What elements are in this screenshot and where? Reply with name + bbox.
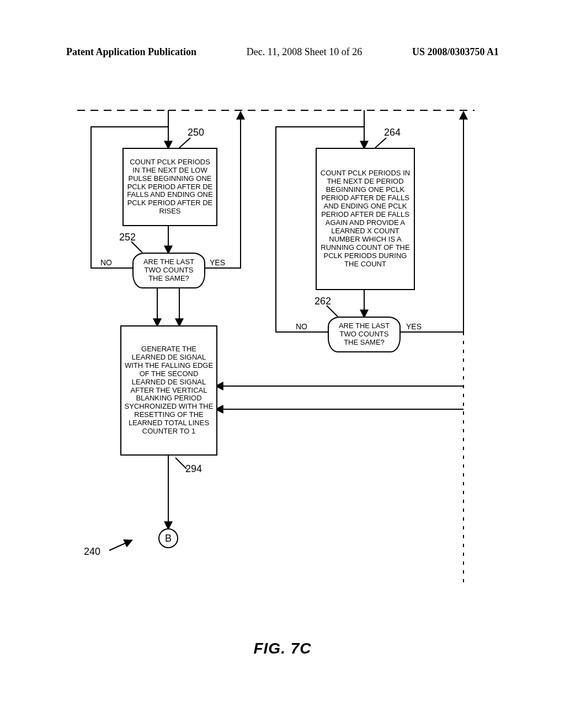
decision-252-text: ARE THE LAST TWO COUNTS THE SAME?: [143, 258, 194, 282]
decision-262: ARE THE LAST TWO COUNTS THE SAME?: [328, 317, 401, 352]
svg-line-5: [131, 242, 142, 253]
svg-line-12: [375, 138, 386, 148]
connector-b-label: B: [165, 533, 172, 544]
header-left: Patent Application Publication: [66, 46, 196, 58]
label-no-right: NO: [296, 322, 307, 331]
ref-240: 240: [84, 546, 100, 558]
header-right: US 2008/0303750 A1: [412, 46, 499, 58]
process-294: GENERATE THE LEARNED DE SIGNAL WITH THE …: [120, 325, 217, 456]
decision-252: ARE THE LAST TWO COUNTS THE SAME?: [132, 253, 205, 288]
page-header: Patent Application Publication Dec. 11, …: [66, 46, 499, 58]
page: Patent Application Publication Dec. 11, …: [0, 0, 565, 728]
label-yes-right: YES: [406, 322, 422, 331]
ref-250: 250: [188, 127, 204, 138]
process-250-text: COUNT PCLK PERIODS IN THE NEXT DE LOW PU…: [126, 158, 214, 216]
svg-line-10: [175, 458, 186, 469]
svg-line-3: [179, 138, 190, 148]
connector-b: B: [158, 528, 178, 548]
decision-262-text: ARE THE LAST TWO COUNTS THE SAME?: [339, 322, 390, 346]
label-no-left: NO: [100, 258, 112, 267]
flowchart: 250 252 264 262 294 240 NO YES NO YES CO…: [77, 105, 475, 618]
process-294-text: GENERATE THE LEARNED DE SIGNAL WITH THE …: [124, 345, 214, 436]
header-center: Dec. 11, 2008 Sheet 10 of 26: [247, 46, 362, 58]
svg-line-19: [109, 540, 131, 550]
figure-caption: FIG. 7C: [0, 640, 565, 657]
ref-262: 262: [315, 296, 331, 307]
svg-line-14: [327, 306, 338, 317]
ref-264: 264: [384, 127, 401, 138]
label-yes-left: YES: [210, 258, 225, 267]
ref-252: 252: [119, 232, 136, 243]
ref-294: 294: [185, 463, 202, 475]
process-264-text: COUNT PCLK PERIODS IN THE NEXT DE PERIOD…: [319, 169, 412, 268]
process-250: COUNT PCLK PERIODS IN THE NEXT DE LOW PU…: [122, 148, 217, 226]
process-264: COUNT PCLK PERIODS IN THE NEXT DE PERIOD…: [316, 148, 415, 290]
